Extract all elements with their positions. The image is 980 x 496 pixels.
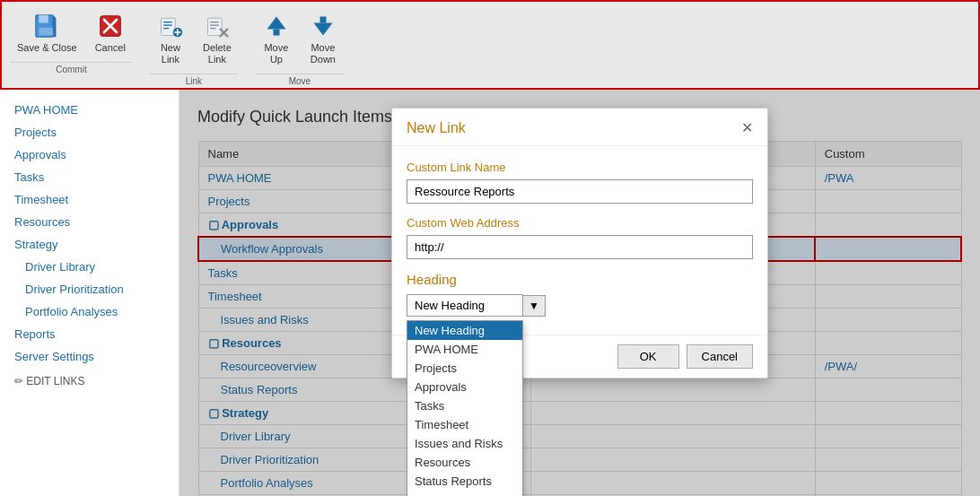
ribbon-link-buttons: NewLink DeleteLink bbox=[150, 7, 238, 70]
ok-button[interactable]: OK bbox=[617, 344, 679, 369]
new-link-modal: New Link ✕ Custom Link Name Custom Web A… bbox=[391, 108, 768, 379]
ribbon-group-move: MoveUp MoveDown Move bbox=[256, 7, 344, 86]
svg-rect-14 bbox=[207, 18, 222, 35]
modal-cancel-button[interactable]: Cancel bbox=[687, 344, 753, 369]
option-timesheet[interactable]: Timesheet bbox=[407, 415, 522, 434]
custom-link-name-input[interactable] bbox=[407, 179, 753, 204]
modal-overlay: New Link ✕ Custom Link Name Custom Web A… bbox=[179, 90, 980, 496]
move-down-icon bbox=[309, 12, 337, 40]
heading-section-label: Heading bbox=[407, 272, 753, 287]
option-strategy[interactable]: Strategy bbox=[407, 491, 522, 496]
svg-marker-20 bbox=[267, 17, 285, 30]
heading-dropdown-arrow[interactable]: ▼ bbox=[523, 295, 546, 317]
ribbon-group-link: NewLink DeleteLink Link bbox=[150, 7, 238, 86]
new-link-button[interactable]: NewLink bbox=[150, 7, 191, 70]
sidebar-item-pwa-home[interactable]: PWA HOME bbox=[0, 99, 179, 121]
sidebar-item-approvals[interactable]: Approvals bbox=[0, 144, 179, 166]
svg-marker-22 bbox=[313, 23, 332, 36]
modal-title: New Link bbox=[407, 120, 466, 136]
option-tasks[interactable]: Tasks bbox=[407, 396, 522, 415]
edit-links[interactable]: ✏ EDIT LINKS bbox=[0, 368, 179, 395]
svg-rect-2 bbox=[39, 28, 56, 36]
svg-rect-1 bbox=[39, 15, 49, 23]
save-close-button[interactable]: Save & Close bbox=[11, 7, 83, 58]
delete-link-button[interactable]: DeleteLink bbox=[197, 7, 238, 70]
ribbon: Save & Close Cancel Commit bbox=[0, 0, 980, 90]
move-up-icon bbox=[262, 12, 291, 40]
delete-link-label: DeleteLink bbox=[203, 42, 232, 65]
sidebar-item-reports[interactable]: Reports bbox=[0, 323, 179, 345]
sidebar-item-projects[interactable]: Projects bbox=[0, 121, 179, 144]
sidebar: PWA HOME Projects Approvals Tasks Timesh… bbox=[0, 90, 179, 496]
custom-link-name-label: Custom Link Name bbox=[407, 161, 753, 174]
svg-rect-23 bbox=[319, 17, 326, 23]
svg-rect-21 bbox=[273, 30, 279, 36]
option-pwa-home[interactable]: PWA HOME bbox=[407, 340, 522, 359]
sidebar-item-portfolio-analyses[interactable]: Portfolio Analyses bbox=[0, 300, 179, 323]
option-resources[interactable]: Resources bbox=[407, 453, 522, 472]
cancel-icon bbox=[96, 12, 125, 40]
heading-select[interactable]: New Heading PWA HOME Projects Approvals … bbox=[407, 294, 523, 317]
main-layout: PWA HOME Projects Approvals Tasks Timesh… bbox=[0, 90, 980, 496]
sidebar-item-timesheet[interactable]: Timesheet bbox=[0, 188, 179, 211]
ribbon-commit-buttons: Save & Close Cancel bbox=[11, 7, 132, 58]
option-projects[interactable]: Projects bbox=[407, 359, 522, 378]
option-new-heading[interactable]: New Heading bbox=[407, 321, 522, 340]
modal-header: New Link ✕ bbox=[392, 109, 767, 146]
cancel-label: Cancel bbox=[95, 42, 126, 54]
cancel-button[interactable]: Cancel bbox=[89, 7, 132, 58]
sidebar-item-strategy[interactable]: Strategy bbox=[0, 233, 179, 256]
move-down-button[interactable]: MoveDown bbox=[302, 7, 344, 70]
custom-web-address-input[interactable] bbox=[407, 235, 753, 259]
ribbon-group-link-label: Link bbox=[150, 74, 238, 86]
option-issues-risks[interactable]: Issues and Risks bbox=[407, 434, 522, 453]
heading-dropdown-row: New Heading PWA HOME Projects Approvals … bbox=[407, 294, 753, 317]
new-link-icon bbox=[156, 12, 185, 40]
sidebar-item-server-settings[interactable]: Server Settings bbox=[0, 345, 179, 368]
ribbon-move-buttons: MoveUp MoveDown bbox=[256, 7, 344, 70]
option-status-reports[interactable]: Status Reports bbox=[407, 472, 522, 491]
ribbon-group-commit: Save & Close Cancel Commit bbox=[11, 7, 132, 74]
delete-link-icon bbox=[203, 12, 232, 40]
sidebar-item-driver-library[interactable]: Driver Library bbox=[0, 256, 179, 278]
ribbon-group-commit-label: Commit bbox=[11, 62, 132, 74]
modal-close-button[interactable]: ✕ bbox=[741, 119, 753, 136]
option-approvals[interactable]: Approvals bbox=[407, 378, 522, 396]
svg-marker-3 bbox=[53, 15, 57, 38]
custom-web-address-label: Custom Web Address bbox=[407, 216, 753, 230]
sidebar-item-driver-prioritization[interactable]: Driver Prioritization bbox=[0, 278, 179, 300]
sidebar-item-tasks[interactable]: Tasks bbox=[0, 166, 179, 188]
sidebar-item-resources[interactable]: Resources bbox=[0, 211, 179, 233]
move-up-button[interactable]: MoveUp bbox=[256, 7, 297, 70]
move-up-label: MoveUp bbox=[264, 42, 288, 65]
save-close-icon bbox=[32, 12, 61, 40]
modal-body: Custom Link Name Custom Web Address Head… bbox=[392, 146, 767, 335]
save-close-label: Save & Close bbox=[17, 42, 77, 54]
content-area: Modify Quick Launch Items Name Custom Na… bbox=[179, 90, 980, 496]
new-link-label: NewLink bbox=[161, 42, 180, 65]
ribbon-group-move-label: Move bbox=[256, 74, 344, 86]
heading-options-list: New Heading PWA HOME Projects Approvals … bbox=[407, 320, 523, 496]
move-down-label: MoveDown bbox=[311, 42, 336, 65]
